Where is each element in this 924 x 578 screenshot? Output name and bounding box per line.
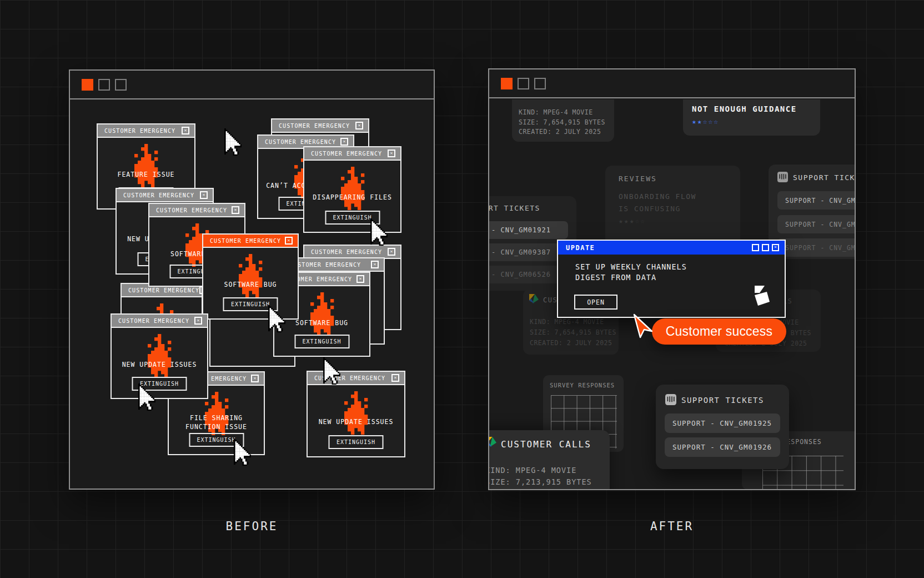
page: CUSTOMER EMERGENCY✕EXTINGUISHCUSTOMER EM… bbox=[0, 0, 924, 578]
reviews-card: REVIEWS ONBOARDING FLOW IS CONFUSING ★★★… bbox=[605, 166, 740, 249]
close-icon[interactable]: ✕ bbox=[200, 191, 208, 199]
dialog-title: CUSTOMER EMERGENCY bbox=[311, 249, 382, 255]
ticket-row[interactable]: SUPPORT - CNV_GM01921 bbox=[777, 191, 855, 210]
video-file-icon bbox=[489, 437, 496, 447]
after-window-titlebar[interactable] bbox=[489, 69, 855, 98]
review-line-2: IS CONFUSING bbox=[619, 205, 681, 213]
customer-calls-title: CUSTOMER CALLS bbox=[501, 439, 591, 450]
flame-icon bbox=[144, 334, 174, 380]
meta-kind: KIND: MPEG-4 MOVIE bbox=[519, 108, 614, 118]
before-label: BEFORE bbox=[69, 520, 435, 533]
dialog-title: CUSTOMER EMERGENCY bbox=[311, 151, 382, 157]
window-control-maximize[interactable] bbox=[534, 78, 546, 89]
update-window: UPDATE ✕ SET UP WEEKLY CHANNELS DIGEST F… bbox=[557, 240, 786, 318]
update-window-body: SET UP WEEKLY CHANNELS DIGEST FROM DATA … bbox=[558, 255, 785, 317]
dialog-label: SOFTWARE BUG bbox=[274, 318, 369, 327]
after-label: AFTER bbox=[488, 520, 856, 533]
dialog-title: CUSTOMER EMERGENCY bbox=[265, 139, 336, 145]
ticket-row[interactable]: - CNV_GM06526 bbox=[489, 266, 568, 283]
ticket-row[interactable]: SUPPORT - CNV_GM09387 bbox=[777, 215, 855, 233]
dialog-titlebar[interactable]: CUSTOMER EMERGENCY✕ bbox=[98, 124, 194, 138]
customer-success-pill[interactable]: Customer success bbox=[652, 318, 786, 345]
meta-kind: KIND: MPEG-4 MOVIE bbox=[489, 465, 592, 476]
customer-success-label: Customer success bbox=[666, 324, 772, 339]
dialog-titlebar[interactable]: CUSTOMER EMERGENCY✕ bbox=[149, 204, 244, 217]
video-file-icon bbox=[529, 294, 539, 303]
intercom-icon bbox=[777, 172, 788, 182]
close-icon[interactable]: ✕ bbox=[285, 237, 293, 245]
dialog-title: CUSTOMER EMERGENCY bbox=[104, 128, 175, 134]
extinguish-button[interactable]: EXTINGUISH bbox=[329, 435, 384, 449]
close-icon[interactable]: ✕ bbox=[340, 138, 348, 146]
window-maximize-button[interactable] bbox=[762, 244, 769, 251]
window-control-minimize[interactable] bbox=[518, 78, 529, 89]
ticket-row[interactable]: SUPPORT - CNV_GM01926 bbox=[665, 437, 780, 457]
star-rating: ★★★☆☆ bbox=[619, 217, 646, 225]
close-icon[interactable]: ✕ bbox=[388, 150, 395, 157]
dialog-title: CUSTOMER EMERGENCY bbox=[279, 123, 350, 129]
dialog-label: SOFTWARE BUG bbox=[203, 280, 298, 289]
before-window-titlebar[interactable] bbox=[70, 71, 434, 99]
dialog-titlebar[interactable]: CUSTOMER EMERGENCY✕ bbox=[112, 315, 207, 328]
close-icon[interactable]: ✕ bbox=[388, 248, 395, 256]
dialog-label: FILE SHARING FUNCTION ISSUE bbox=[169, 413, 264, 431]
close-icon[interactable]: ✕ bbox=[371, 261, 379, 268]
extinguish-button[interactable]: EXTINGUISH bbox=[294, 335, 349, 348]
cursor-arrow-icon bbox=[138, 383, 155, 413]
update-line-1: SET UP WEEKLY CHANNELS bbox=[575, 262, 687, 271]
close-icon[interactable]: ✕ bbox=[182, 127, 189, 134]
before-window-content: CUSTOMER EMERGENCY✕EXTINGUISHCUSTOMER EM… bbox=[70, 101, 434, 489]
close-icon[interactable]: ✕ bbox=[194, 317, 202, 325]
close-icon[interactable]: ✕ bbox=[232, 206, 239, 214]
update-line-2: DIGEST FROM DATA bbox=[575, 273, 656, 282]
dialog-titlebar[interactable]: CUSTOMER EMERGENCY✕ bbox=[272, 119, 368, 133]
meta-created: CREATED: 2 JULY 2025 bbox=[530, 338, 616, 348]
dialog-titlebar[interactable]: CUSTOMER EMERGENCY✕ bbox=[308, 372, 404, 385]
ticket-row[interactable]: - CNV_GM09387 bbox=[489, 243, 568, 261]
review-line-1: ONBOARDING FLOW bbox=[619, 192, 696, 201]
meta-created: CREATED: 2 JULY 2025 bbox=[489, 488, 592, 489]
close-icon[interactable]: ✕ bbox=[356, 275, 364, 283]
guidance-title: NOT ENOUGH GUIDANCE bbox=[692, 104, 820, 113]
meta-size: SIZE: 7,654,915 BYTES bbox=[530, 327, 616, 338]
meta-created: CREATED: 2 JULY 2025 bbox=[519, 127, 614, 137]
dialog-titlebar[interactable]: CUSTOMER EMERGENCY✕ bbox=[203, 235, 298, 248]
window-control-minimize[interactable] bbox=[98, 79, 110, 91]
customer-calls-card: CUSTOMER CALLS KIND: MPEG-4 MOVIE SIZE: … bbox=[489, 430, 610, 489]
support-tickets-title: SUPPORT TICKETS bbox=[793, 173, 855, 182]
window-close-button[interactable]: ✕ bbox=[772, 244, 779, 251]
cursor-arrow-icon bbox=[234, 439, 251, 468]
dialog-titlebar[interactable]: CUSTOMER EMERGENCY✕ bbox=[304, 147, 400, 161]
dialog-title: CUSTOMER EMERGENCY bbox=[156, 207, 227, 213]
update-window-titlebar[interactable]: UPDATE ✕ bbox=[558, 241, 785, 255]
ticket-row[interactable]: SUPPORT - CNV_GM06526 bbox=[777, 238, 855, 257]
dialog-title: CUSTOMER EMERGENCY bbox=[210, 238, 281, 244]
close-icon[interactable]: ✕ bbox=[391, 374, 399, 382]
close-icon[interactable]: ✕ bbox=[251, 375, 259, 382]
after-window-content: KIND: MPEG-4 MOVIE SIZE: 7,654,915 BYTES… bbox=[489, 99, 855, 489]
window-control-maximize[interactable] bbox=[115, 79, 127, 91]
support-tickets-title: SUPPORT TICKETS bbox=[681, 396, 764, 405]
meta-size: SIZE: 7,654,915 BYTES bbox=[519, 118, 614, 128]
ticket-row[interactable]: - CNV_GM01921 bbox=[489, 221, 568, 239]
guidance-review-card: NOT ENOUGH GUIDANCE ★★☆☆☆ bbox=[683, 99, 820, 136]
cursor-arrow-icon bbox=[370, 218, 388, 248]
update-window-title: UPDATE bbox=[566, 244, 595, 252]
open-button[interactable]: OPEN bbox=[574, 295, 617, 310]
orange-cursor-icon bbox=[632, 313, 656, 340]
flame-icon bbox=[307, 292, 337, 338]
survey-responses-title: SURVEY RESPONSES bbox=[550, 382, 615, 388]
ticket-row[interactable]: SUPPORT - CNV_GM01925 bbox=[665, 413, 780, 433]
dialog-titlebar[interactable]: CUSTOMER EMERGENCY✕ bbox=[117, 189, 213, 202]
window-minimize-button[interactable] bbox=[752, 244, 759, 251]
flame-icon bbox=[235, 254, 265, 300]
meta-size: SIZE: 7,213,915 BYTES bbox=[489, 476, 592, 488]
window-control-close[interactable] bbox=[501, 78, 513, 89]
close-icon[interactable]: ✕ bbox=[355, 122, 363, 129]
dialog-new-update-left: CUSTOMER EMERGENCY✕NEW UPDATE ISSUESEXTI… bbox=[111, 313, 208, 399]
after-window: KIND: MPEG-4 MOVIE SIZE: 7,654,915 BYTES… bbox=[488, 68, 856, 490]
support-tickets-title: SUPPORT TICKETS bbox=[489, 204, 540, 212]
window-control-close[interactable] bbox=[82, 79, 93, 91]
flame-icon bbox=[131, 144, 161, 190]
intercom-icon bbox=[665, 394, 676, 405]
